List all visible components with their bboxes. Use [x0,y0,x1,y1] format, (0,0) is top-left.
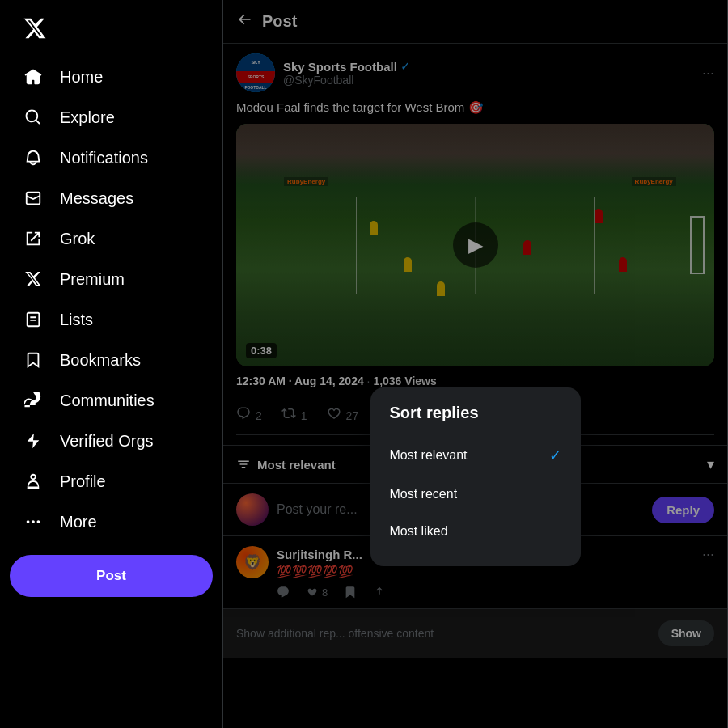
sort-option-most-relevant-label: Most relevant [390,448,468,463]
sidebar-item-grok-label: Grok [60,230,95,248]
sidebar-item-verified-orgs-label: Verified Orgs [60,432,154,451]
sidebar-item-explore-label: Explore [60,108,115,127]
lists-icon [23,309,44,330]
sidebar-item-premium[interactable]: Premium [10,259,213,299]
sidebar-item-premium-label: Premium [60,270,125,289]
person-icon [23,471,44,492]
communities-icon [23,390,44,411]
sidebar-item-communities-label: Communities [60,392,154,410]
sidebar-item-lists[interactable]: Lists [10,299,213,340]
sort-dropdown: Sort replies Most relevant ✓ Most recent… [370,387,581,566]
sidebar-item-explore[interactable]: Explore [10,97,213,138]
more-circle-icon [23,511,44,532]
sidebar-item-home[interactable]: Home [10,57,213,97]
search-icon [23,107,44,128]
sort-dropdown-overlay[interactable]: Sort replies Most relevant ✓ Most recent… [223,0,727,728]
sidebar-item-profile-label: Profile [60,472,106,491]
sidebar: Home Explore Notifications Messages Grok… [0,0,222,728]
sidebar-item-notifications[interactable]: Notifications [10,138,213,178]
grok-icon [23,228,44,249]
bell-icon [23,147,44,168]
sidebar-item-messages-label: Messages [60,189,133,208]
sort-check-icon: ✓ [549,447,561,464]
sidebar-item-profile[interactable]: Profile [10,461,213,502]
sort-option-most-relevant[interactable]: Most relevant ✓ [390,435,561,476]
sidebar-item-bookmarks[interactable]: Bookmarks [10,340,213,380]
sidebar-item-messages[interactable]: Messages [10,178,213,218]
sidebar-item-home-label: Home [60,68,103,87]
x-premium-icon [23,269,44,290]
bookmarks-icon [23,349,44,370]
sort-dropdown-title: Sort replies [390,404,561,422]
sidebar-item-more[interactable]: More [10,502,213,542]
main-content: Post SKY SPORTS FOOTBALL Sky Sports Foot… [222,0,728,728]
lightning-icon [23,430,44,451]
sidebar-item-bookmarks-label: Bookmarks [60,351,141,370]
post-button[interactable]: Post [10,555,213,597]
sidebar-item-more-label: More [60,513,97,531]
sort-option-most-liked[interactable]: Most liked [390,513,561,550]
sidebar-item-lists-label: Lists [60,311,93,329]
sidebar-item-communities[interactable]: Communities [10,380,213,421]
x-logo[interactable] [10,6,213,53]
mail-icon [23,188,44,209]
sidebar-item-verified-orgs[interactable]: Verified Orgs [10,421,213,461]
home-icon [23,66,44,87]
sidebar-item-grok[interactable]: Grok [10,218,213,259]
sort-option-most-recent[interactable]: Most recent [390,476,561,513]
sort-option-most-liked-label: Most liked [390,524,448,539]
sort-option-most-recent-label: Most recent [390,487,458,502]
sidebar-item-notifications-label: Notifications [60,149,148,167]
